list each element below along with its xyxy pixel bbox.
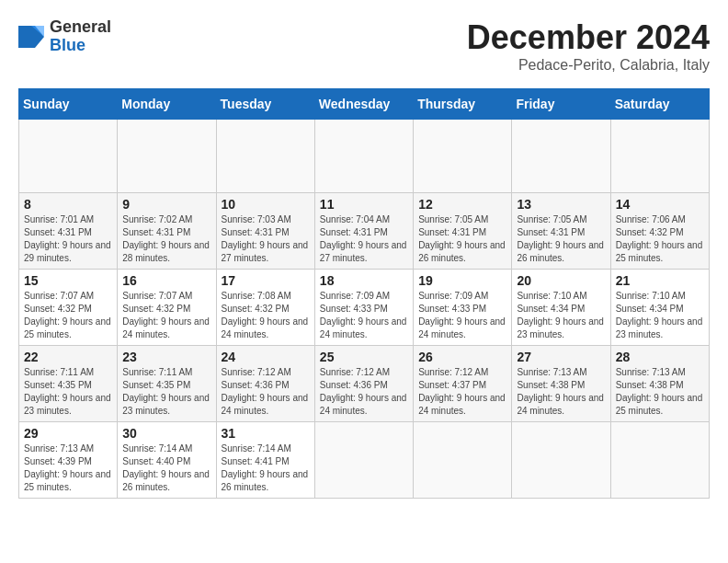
header-day-sunday: Sunday — [19, 89, 118, 120]
week-row-1 — [19, 120, 710, 193]
calendar-title: December 2024 — [467, 18, 710, 57]
day-number: 28 — [616, 350, 704, 364]
calendar-cell: 16Sunrise: 7:07 AMSunset: 4:32 PMDayligh… — [118, 270, 216, 346]
day-info: Sunrise: 7:12 AMSunset: 4:36 PMDaylight:… — [320, 366, 408, 418]
day-number: 20 — [517, 273, 605, 288]
logo-icon — [18, 26, 44, 48]
day-info: Sunrise: 7:05 AMSunset: 4:31 PMDaylight:… — [418, 213, 506, 265]
day-number: 14 — [616, 197, 704, 212]
day-info: Sunrise: 7:13 AMSunset: 4:38 PMDaylight:… — [616, 366, 704, 418]
header-day-friday: Friday — [512, 89, 610, 120]
week-row-2: 8Sunrise: 7:01 AMSunset: 4:31 PMDaylight… — [19, 193, 710, 270]
day-info: Sunrise: 7:13 AMSunset: 4:38 PMDaylight:… — [517, 366, 605, 418]
day-number: 17 — [222, 273, 310, 288]
day-info: Sunrise: 7:09 AMSunset: 4:33 PMDaylight:… — [418, 290, 506, 341]
day-number: 15 — [24, 273, 112, 288]
day-info: Sunrise: 7:07 AMSunset: 4:32 PMDaylight:… — [122, 290, 210, 341]
title-section: December 2024 Pedace-Perito, Calabria, I… — [467, 18, 710, 74]
calendar-cell: 18Sunrise: 7:09 AMSunset: 4:33 PMDayligh… — [314, 270, 413, 346]
calendar-cell — [314, 120, 413, 193]
calendar-cell — [19, 120, 118, 193]
day-number: 13 — [517, 197, 605, 212]
day-number: 11 — [320, 197, 408, 212]
header-day-tuesday: Tuesday — [216, 89, 314, 120]
calendar-cell — [414, 422, 512, 499]
header-row: SundayMondayTuesdayWednesdayThursdayFrid… — [19, 89, 710, 120]
day-info: Sunrise: 7:01 AMSunset: 4:31 PMDaylight:… — [24, 213, 112, 265]
day-info: Sunrise: 7:05 AMSunset: 4:31 PMDaylight:… — [517, 213, 605, 265]
day-number: 30 — [122, 426, 210, 441]
day-number: 22 — [24, 350, 112, 364]
calendar-cell — [610, 120, 709, 193]
day-info: Sunrise: 7:11 AMSunset: 4:35 PMDaylight:… — [24, 366, 112, 418]
header-day-wednesday: Wednesday — [314, 89, 413, 120]
day-number: 29 — [24, 426, 112, 441]
day-info: Sunrise: 7:07 AMSunset: 4:32 PMDaylight:… — [24, 290, 112, 341]
calendar-cell: 11Sunrise: 7:04 AMSunset: 4:31 PMDayligh… — [314, 193, 413, 270]
calendar-cell: 24Sunrise: 7:12 AMSunset: 4:36 PMDayligh… — [216, 346, 314, 422]
calendar-cell: 30Sunrise: 7:14 AMSunset: 4:40 PMDayligh… — [118, 422, 216, 499]
calendar-cell: 21Sunrise: 7:10 AMSunset: 4:34 PMDayligh… — [610, 270, 709, 346]
day-info: Sunrise: 7:11 AMSunset: 4:35 PMDaylight:… — [122, 366, 210, 418]
calendar-cell: 29Sunrise: 7:13 AMSunset: 4:39 PMDayligh… — [19, 422, 118, 499]
logo-general: General — [50, 18, 111, 37]
header-day-thursday: Thursday — [414, 89, 512, 120]
day-number: 27 — [517, 350, 605, 364]
header-day-saturday: Saturday — [610, 89, 709, 120]
logo: General Blue — [18, 18, 111, 55]
day-number: 19 — [418, 273, 506, 288]
calendar-cell: 28Sunrise: 7:13 AMSunset: 4:38 PMDayligh… — [610, 346, 709, 422]
calendar-cell — [216, 120, 314, 193]
day-info: Sunrise: 7:10 AMSunset: 4:34 PMDaylight:… — [517, 290, 605, 341]
calendar-cell: 12Sunrise: 7:05 AMSunset: 4:31 PMDayligh… — [414, 193, 512, 270]
calendar-cell: 17Sunrise: 7:08 AMSunset: 4:32 PMDayligh… — [216, 270, 314, 346]
day-info: Sunrise: 7:10 AMSunset: 4:34 PMDaylight:… — [616, 290, 704, 341]
week-row-3: 15Sunrise: 7:07 AMSunset: 4:32 PMDayligh… — [19, 270, 710, 346]
day-info: Sunrise: 7:06 AMSunset: 4:32 PMDaylight:… — [616, 213, 704, 265]
day-number: 16 — [122, 273, 210, 288]
calendar-cell: 15Sunrise: 7:07 AMSunset: 4:32 PMDayligh… — [19, 270, 118, 346]
day-info: Sunrise: 7:13 AMSunset: 4:39 PMDaylight:… — [24, 442, 112, 494]
calendar-cell: 20Sunrise: 7:10 AMSunset: 4:34 PMDayligh… — [512, 270, 610, 346]
calendar-cell — [118, 120, 216, 193]
calendar-cell: 13Sunrise: 7:05 AMSunset: 4:31 PMDayligh… — [512, 193, 610, 270]
calendar-cell — [610, 422, 709, 499]
day-number: 12 — [418, 197, 506, 212]
calendar-cell — [414, 120, 512, 193]
day-number: 25 — [320, 350, 408, 364]
day-info: Sunrise: 7:02 AMSunset: 4:31 PMDaylight:… — [122, 213, 210, 265]
day-info: Sunrise: 7:12 AMSunset: 4:36 PMDaylight:… — [222, 366, 310, 418]
day-number: 24 — [222, 350, 310, 364]
day-number: 26 — [418, 350, 506, 364]
calendar-cell: 23Sunrise: 7:11 AMSunset: 4:35 PMDayligh… — [118, 346, 216, 422]
day-number: 23 — [122, 350, 210, 364]
calendar-body: 8Sunrise: 7:01 AMSunset: 4:31 PMDaylight… — [19, 120, 710, 499]
day-info: Sunrise: 7:03 AMSunset: 4:31 PMDaylight:… — [222, 213, 310, 265]
day-number: 9 — [122, 197, 210, 212]
calendar-cell — [512, 120, 610, 193]
day-info: Sunrise: 7:04 AMSunset: 4:31 PMDaylight:… — [320, 213, 408, 265]
day-number: 21 — [616, 273, 704, 288]
calendar-cell: 26Sunrise: 7:12 AMSunset: 4:37 PMDayligh… — [414, 346, 512, 422]
calendar-cell: 14Sunrise: 7:06 AMSunset: 4:32 PMDayligh… — [610, 193, 709, 270]
calendar-cell: 31Sunrise: 7:14 AMSunset: 4:41 PMDayligh… — [216, 422, 314, 499]
calendar-subtitle: Pedace-Perito, Calabria, Italy — [467, 57, 710, 74]
calendar-cell: 25Sunrise: 7:12 AMSunset: 4:36 PMDayligh… — [314, 346, 413, 422]
day-info: Sunrise: 7:09 AMSunset: 4:33 PMDaylight:… — [320, 290, 408, 341]
day-number: 18 — [320, 273, 408, 288]
header-day-monday: Monday — [118, 89, 216, 120]
header: General Blue December 2024 Pedace-Perito… — [18, 18, 710, 74]
calendar-cell — [314, 422, 413, 499]
day-info: Sunrise: 7:08 AMSunset: 4:32 PMDaylight:… — [222, 290, 310, 341]
calendar-cell — [512, 422, 610, 499]
day-info: Sunrise: 7:12 AMSunset: 4:37 PMDaylight:… — [418, 366, 506, 418]
day-number: 10 — [222, 197, 310, 212]
day-info: Sunrise: 7:14 AMSunset: 4:40 PMDaylight:… — [122, 442, 210, 494]
day-info: Sunrise: 7:14 AMSunset: 4:41 PMDaylight:… — [222, 442, 310, 494]
week-row-5: 29Sunrise: 7:13 AMSunset: 4:39 PMDayligh… — [19, 422, 710, 499]
logo-blue: Blue — [50, 36, 85, 54]
calendar-header: SundayMondayTuesdayWednesdayThursdayFrid… — [19, 89, 710, 120]
calendar-cell: 10Sunrise: 7:03 AMSunset: 4:31 PMDayligh… — [216, 193, 314, 270]
day-number: 8 — [24, 197, 112, 212]
calendar-cell: 19Sunrise: 7:09 AMSunset: 4:33 PMDayligh… — [414, 270, 512, 346]
